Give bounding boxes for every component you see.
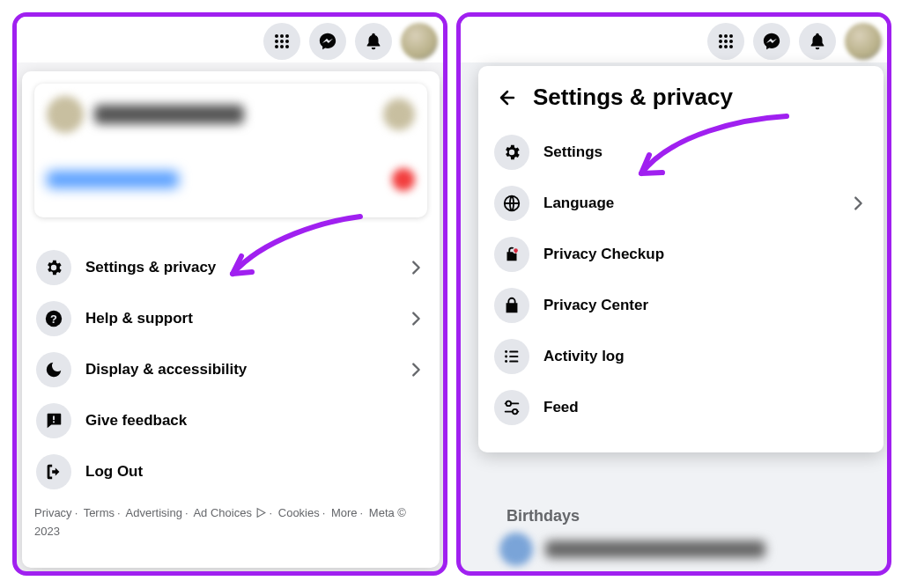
profile-name-blurred xyxy=(94,105,244,124)
chevron-right-icon xyxy=(406,360,425,379)
profile-avatar xyxy=(47,96,84,133)
arrow-left-icon xyxy=(497,87,518,108)
footer-privacy[interactable]: Privacy xyxy=(34,506,72,519)
svg-point-5 xyxy=(285,40,289,43)
svg-point-25 xyxy=(505,356,507,358)
footer-more[interactable]: More xyxy=(331,506,358,519)
logout-icon xyxy=(36,454,71,489)
menu-log-out[interactable]: Log Out xyxy=(34,446,427,497)
svg-point-19 xyxy=(719,45,722,48)
activity-log-icon xyxy=(494,339,529,374)
item-feed[interactable]: Feed xyxy=(494,382,868,433)
moon-icon xyxy=(36,352,71,387)
settings-privacy-panel: Settings & privacy Settings Language Pri… xyxy=(478,66,884,452)
item-activity-log[interactable]: Activity log xyxy=(494,331,868,382)
footer-ad-choices[interactable]: Ad Choices xyxy=(193,506,251,519)
notifications-button[interactable] xyxy=(799,23,836,60)
gear-icon xyxy=(36,250,71,285)
profile-link-blurred xyxy=(47,171,179,188)
svg-point-16 xyxy=(719,40,722,43)
item-language[interactable]: Language xyxy=(494,178,868,229)
top-bar xyxy=(461,17,887,62)
menu-label: Log Out xyxy=(85,463,425,481)
svg-point-2 xyxy=(285,34,289,38)
svg-rect-11 xyxy=(53,416,55,421)
item-privacy-center[interactable]: Privacy Center xyxy=(494,280,868,331)
notification-dot xyxy=(392,168,415,191)
svg-point-7 xyxy=(280,45,284,48)
item-label: Activity log xyxy=(543,348,868,365)
feed-sliders-icon xyxy=(494,390,529,425)
svg-point-21 xyxy=(729,45,733,48)
notifications-button[interactable] xyxy=(355,23,392,60)
svg-rect-12 xyxy=(53,421,55,423)
item-label: Feed xyxy=(543,399,868,416)
svg-point-1 xyxy=(280,34,284,38)
footer-links: Privacy· Terms· Advertising· Ad Choices … xyxy=(34,497,427,541)
item-settings[interactable]: Settings xyxy=(494,127,868,178)
background-blurred-row xyxy=(499,533,765,566)
grid-icon xyxy=(717,33,735,50)
svg-rect-27 xyxy=(509,350,518,352)
panel-title: Settings & privacy xyxy=(533,84,733,111)
footer-cookies[interactable]: Cookies xyxy=(278,506,320,519)
menu-label: Help & support xyxy=(85,310,392,327)
item-privacy-checkup[interactable]: Privacy Checkup xyxy=(494,229,868,280)
svg-point-20 xyxy=(724,45,728,48)
lock-icon xyxy=(494,288,529,323)
svg-text:?: ? xyxy=(50,312,57,326)
messenger-icon xyxy=(762,32,781,51)
chevron-right-icon xyxy=(406,309,425,328)
svg-point-4 xyxy=(280,40,284,43)
top-bar xyxy=(17,17,443,62)
right-screenshot: Birthdays Settings & privacy Settings La… xyxy=(456,12,891,576)
menu-grid-button[interactable] xyxy=(707,23,744,60)
menu-help-support[interactable]: ? Help & support xyxy=(34,293,427,344)
svg-point-3 xyxy=(275,40,278,43)
back-button[interactable] xyxy=(494,87,521,108)
messenger-icon xyxy=(318,32,337,51)
left-screenshot: Settings & privacy ? Help & support Disp… xyxy=(12,12,447,576)
account-menu-panel: Settings & privacy ? Help & support Disp… xyxy=(22,71,440,568)
background-section-heading: Birthdays xyxy=(506,507,580,526)
svg-point-6 xyxy=(275,45,278,48)
svg-point-17 xyxy=(724,40,728,43)
item-label: Language xyxy=(543,195,834,212)
blurred-avatar xyxy=(499,533,533,566)
footer-advertising[interactable]: Advertising xyxy=(126,506,182,519)
menu-label: Display & accessibility xyxy=(85,361,392,379)
bell-icon xyxy=(808,32,827,51)
menu-settings-privacy[interactable]: Settings & privacy xyxy=(34,242,427,293)
menu-grid-button[interactable] xyxy=(263,23,300,60)
help-icon: ? xyxy=(36,301,71,336)
gear-icon xyxy=(494,135,529,170)
item-label: Privacy Checkup xyxy=(543,246,868,263)
profile-secondary-avatar xyxy=(383,99,415,130)
menu-give-feedback[interactable]: Give feedback xyxy=(34,395,427,446)
menu-label: Give feedback xyxy=(85,412,425,430)
svg-point-14 xyxy=(724,34,728,38)
svg-point-0 xyxy=(275,34,278,38)
adchoices-icon xyxy=(255,507,267,518)
svg-point-8 xyxy=(285,45,289,48)
menu-label: Settings & privacy xyxy=(85,259,392,276)
item-label: Privacy Center xyxy=(543,297,868,314)
chevron-right-icon xyxy=(848,194,868,213)
chevron-right-icon xyxy=(406,258,425,277)
grid-icon xyxy=(273,33,291,50)
svg-point-26 xyxy=(505,360,507,363)
svg-point-13 xyxy=(719,34,722,38)
feedback-icon xyxy=(36,403,71,438)
item-label: Settings xyxy=(543,143,868,161)
svg-point-32 xyxy=(506,401,512,407)
svg-rect-28 xyxy=(509,356,518,357)
menu-display-accessibility[interactable]: Display & accessibility xyxy=(34,344,427,395)
footer-terms[interactable]: Terms xyxy=(84,506,115,519)
account-avatar-button[interactable] xyxy=(845,23,882,60)
messenger-button[interactable] xyxy=(753,23,790,60)
account-avatar-button[interactable] xyxy=(401,23,438,60)
svg-point-15 xyxy=(729,34,733,38)
profile-card[interactable] xyxy=(34,84,427,217)
svg-point-33 xyxy=(513,409,518,415)
messenger-button[interactable] xyxy=(309,23,346,60)
